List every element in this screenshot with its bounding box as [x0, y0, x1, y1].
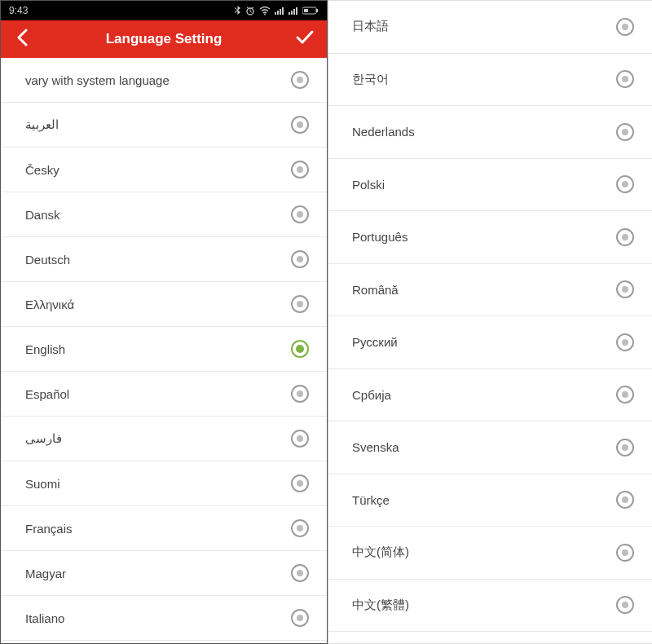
language-label: 한국어 — [352, 72, 389, 87]
phone-screen-right: 日本語한국어NederlandsPolskiPortuguêsRomânăРус… — [328, 0, 652, 644]
language-row[interactable]: 中文(简体) — [328, 527, 652, 580]
radio-dot-icon — [622, 181, 628, 187]
language-row[interactable]: Česky — [1, 148, 327, 192]
radio-button[interactable] — [291, 430, 309, 448]
svg-rect-8 — [293, 9, 295, 15]
radio-button[interactable] — [291, 474, 309, 492]
radio-dot-icon — [622, 76, 628, 82]
language-row[interactable]: Dansk — [1, 192, 327, 237]
language-label: Türkçe — [352, 493, 390, 507]
language-row[interactable]: العربية — [1, 103, 327, 148]
radio-button[interactable] — [291, 71, 309, 89]
language-label: Português — [352, 230, 408, 244]
radio-button[interactable] — [291, 609, 309, 627]
radio-button[interactable] — [291, 116, 309, 134]
language-row[interactable]: vary with system language — [1, 58, 327, 103]
radio-button[interactable] — [291, 295, 309, 313]
status-time: 9:43 — [9, 5, 28, 16]
svg-rect-12 — [304, 9, 308, 12]
language-row[interactable]: Magyar — [1, 551, 327, 596]
language-label: Русский — [352, 335, 398, 349]
svg-rect-2 — [275, 12, 276, 15]
radio-button[interactable] — [616, 596, 634, 614]
language-row[interactable]: Polski — [328, 159, 652, 212]
radio-dot-icon — [297, 166, 303, 173]
radio-dot-icon — [297, 480, 303, 487]
svg-rect-5 — [282, 7, 284, 15]
radio-button[interactable] — [616, 280, 634, 298]
language-label: Česky — [25, 163, 59, 177]
language-row[interactable]: 中文(繁體) — [328, 580, 652, 633]
radio-dot-icon — [622, 129, 628, 135]
language-row[interactable]: Türkçe — [328, 474, 652, 527]
radio-button[interactable] — [291, 340, 309, 358]
language-label: 中文(简体) — [352, 545, 409, 560]
chevron-left-icon — [15, 29, 31, 50]
radio-button[interactable] — [616, 491, 634, 509]
radio-button[interactable] — [291, 250, 309, 268]
language-label: فارسی — [25, 431, 62, 446]
language-row[interactable]: Русский — [328, 316, 652, 369]
language-label: vary with system language — [25, 73, 170, 87]
language-label: Deutsch — [25, 253, 70, 267]
svg-rect-7 — [291, 11, 293, 15]
radio-button[interactable] — [291, 564, 309, 582]
language-row[interactable]: Français — [1, 506, 327, 551]
language-list-right: 日本語한국어NederlandsPolskiPortuguêsRomânăРус… — [328, 1, 652, 632]
radio-button[interactable] — [616, 123, 634, 141]
status-icons — [234, 6, 319, 15]
radio-button[interactable] — [616, 386, 634, 404]
language-label: Italiano — [25, 611, 64, 625]
language-row[interactable]: 日本語 — [328, 1, 652, 54]
radio-button[interactable] — [291, 385, 309, 403]
radio-button[interactable] — [616, 544, 634, 562]
radio-dot-icon — [622, 339, 628, 346]
svg-rect-4 — [280, 9, 281, 15]
language-row[interactable]: فارسی — [1, 417, 327, 461]
radio-button[interactable] — [616, 175, 634, 193]
language-row[interactable]: Suomi — [1, 461, 327, 506]
radio-dot-icon — [296, 345, 304, 353]
language-label: Ελληνικά — [25, 298, 74, 311]
language-row[interactable]: Svenska — [328, 421, 652, 474]
radio-button[interactable] — [616, 70, 634, 88]
radio-button[interactable] — [616, 333, 634, 351]
status-time-wrap: 9:43 — [9, 5, 28, 16]
language-label: Suomi — [25, 477, 60, 491]
language-label: 日本語 — [352, 19, 389, 34]
language-label: Svenska — [352, 440, 399, 454]
radio-dot-icon — [622, 496, 628, 503]
language-row[interactable]: Deutsch — [1, 237, 327, 282]
radio-button[interactable] — [291, 161, 309, 179]
language-row[interactable]: Română — [328, 264, 652, 317]
language-row[interactable]: Ελληνικά — [1, 282, 327, 327]
radio-button[interactable] — [291, 519, 309, 537]
radio-dot-icon — [297, 570, 303, 576]
language-label: 中文(繁體) — [352, 598, 409, 613]
check-icon — [295, 29, 315, 49]
radio-button[interactable] — [616, 18, 634, 36]
language-row[interactable]: English — [1, 327, 327, 372]
language-row[interactable]: Español — [1, 372, 327, 417]
radio-button[interactable] — [616, 439, 634, 457]
language-row[interactable]: Português — [328, 211, 652, 264]
language-label: Español — [25, 387, 69, 401]
language-row[interactable]: Italiano — [1, 596, 327, 641]
radio-dot-icon — [622, 602, 628, 608]
svg-rect-6 — [289, 12, 290, 15]
language-row[interactable]: Србија — [328, 369, 652, 422]
language-label: English — [25, 342, 65, 356]
language-row[interactable]: 한국어 — [328, 54, 652, 107]
radio-dot-icon — [622, 234, 628, 240]
language-label: Français — [25, 522, 73, 536]
radio-dot-icon — [297, 390, 303, 397]
radio-button[interactable] — [616, 228, 634, 246]
wifi-icon — [259, 7, 271, 15]
radio-dot-icon — [297, 615, 303, 621]
confirm-button[interactable] — [293, 27, 317, 51]
battery-icon — [302, 7, 319, 15]
back-button[interactable] — [11, 27, 35, 51]
language-row[interactable]: Nederlands — [328, 106, 652, 159]
language-list-left: vary with system languageالعربيةČeskyDan… — [1, 58, 327, 641]
radio-button[interactable] — [291, 205, 309, 223]
